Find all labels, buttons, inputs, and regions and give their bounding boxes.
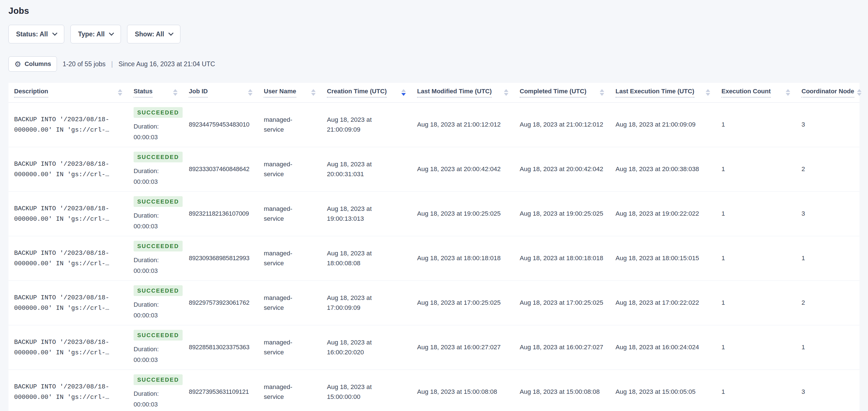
- gear-icon: ⚙: [14, 60, 21, 68]
- sort-arrows-icon: [308, 89, 316, 96]
- column-header-label: Status: [133, 88, 152, 97]
- execution-count-cell: 1: [716, 343, 796, 352]
- sort-caret-down-icon: [857, 93, 862, 96]
- sort-caret-up-icon: [401, 89, 406, 92]
- sort-caret-down-icon: [248, 93, 252, 96]
- table-header-row: Description Status Job ID: [8, 83, 860, 102]
- status-cell: SUCCEEDED Duration: 00:00:03: [128, 374, 183, 410]
- table-row: BACKUP INTO '/2023/08/18- 000000.00' IN …: [8, 281, 860, 325]
- description-cell[interactable]: BACKUP INTO '/2023/08/18- 000000.00' IN …: [8, 159, 128, 180]
- last-execution-time-cell: Aug 18, 2023 at 20:00:38:038: [610, 164, 716, 174]
- sort-arrows-icon: [783, 89, 790, 96]
- last-modified-time-cell: Aug 18, 2023 at 20:00:42:042: [411, 164, 514, 174]
- last-execution-time-cell: Aug 18, 2023 at 21:00:09:09: [610, 120, 716, 130]
- sort-caret-up-icon: [248, 89, 252, 92]
- status-badge: SUCCEEDED: [133, 285, 183, 296]
- table-toolbar: ⚙ Columns 1-20 of 55 jobs | Since Aug 16…: [8, 56, 860, 71]
- status-cell: SUCCEEDED Duration: 00:00:03: [128, 241, 183, 276]
- description-cell[interactable]: BACKUP INTO '/2023/08/18- 000000.00' IN …: [8, 248, 128, 269]
- user-name-cell: managed- service: [258, 248, 321, 268]
- filter-dropdown[interactable]: Status: All: [8, 25, 64, 43]
- sort-caret-down-icon: [504, 93, 508, 96]
- completed-time-cell: Aug 18, 2023 at 17:00:25:025: [514, 298, 610, 308]
- creation-time-cell: Aug 18, 2023 at 21:00:09:09: [321, 115, 411, 135]
- user-name-cell: managed- service: [258, 293, 321, 313]
- coordinator-node-cell: 2: [796, 298, 860, 308]
- last-modified-time-cell: Aug 18, 2023 at 17:00:25:025: [411, 298, 514, 308]
- description-cell[interactable]: BACKUP INTO '/2023/08/18- 000000.00' IN …: [8, 114, 128, 135]
- last-modified-time-cell: Aug 18, 2023 at 19:00:25:025: [411, 209, 514, 219]
- sort-arrows-icon: [115, 89, 122, 96]
- column-header[interactable]: Status: [128, 88, 183, 97]
- last-execution-time-cell: Aug 18, 2023 at 19:00:22:022: [610, 209, 716, 219]
- duration-value: 00:00:03: [133, 355, 178, 365]
- execution-count-cell: 1: [716, 254, 796, 263]
- column-header[interactable]: Completed Time (UTC): [514, 88, 610, 97]
- creation-time-cell: Aug 18, 2023 at 17:00:09:09: [321, 293, 411, 313]
- column-header[interactable]: Execution Count: [716, 88, 796, 97]
- column-header[interactable]: Last Execution Time (UTC): [610, 88, 716, 97]
- job-id-cell: 892273953631109121: [183, 387, 258, 397]
- description-cell[interactable]: BACKUP INTO '/2023/08/18- 000000.00' IN …: [8, 204, 128, 224]
- column-header[interactable]: Job ID: [183, 88, 258, 97]
- duration-value: 00:00:03: [133, 132, 178, 142]
- filter-dropdown-label: Status: All: [16, 30, 48, 38]
- sort-caret-up-icon: [311, 89, 316, 92]
- description-cell[interactable]: BACKUP INTO '/2023/08/18- 000000.00' IN …: [8, 293, 128, 313]
- completed-time-cell: Aug 18, 2023 at 19:00:25:025: [514, 209, 610, 219]
- description-cell[interactable]: BACKUP INTO '/2023/08/18- 000000.00' IN …: [8, 337, 128, 358]
- description-cell[interactable]: BACKUP INTO '/2023/08/18- 000000.00' IN …: [8, 382, 128, 402]
- column-header-label: Creation Time (UTC): [327, 88, 386, 97]
- column-header[interactable]: User Name: [258, 88, 321, 97]
- status-cell: SUCCEEDED Duration: 00:00:03: [128, 285, 183, 321]
- last-modified-time-cell: Aug 18, 2023 at 18:00:18:018: [411, 254, 514, 263]
- column-header-label: Description: [14, 88, 48, 97]
- filter-dropdown[interactable]: Type: All: [70, 25, 121, 43]
- sort-arrows-icon: [854, 89, 862, 96]
- completed-time-cell: Aug 18, 2023 at 15:00:08:08: [514, 387, 610, 397]
- filter-dropdown[interactable]: Show: All: [127, 25, 180, 43]
- completed-time-cell: Aug 18, 2023 at 20:00:42:042: [514, 164, 610, 174]
- filter-dropdown-label: Show: All: [135, 30, 164, 38]
- chevron-down-icon: [109, 30, 114, 35]
- status-badge: SUCCEEDED: [133, 374, 183, 385]
- last-modified-time-cell: Aug 18, 2023 at 21:00:12:012: [411, 120, 514, 130]
- execution-count-cell: 1: [716, 298, 796, 308]
- chevron-down-icon: [168, 30, 174, 35]
- column-header-label: User Name: [264, 88, 296, 97]
- sort-arrows-icon: [170, 89, 178, 96]
- execution-count-cell: 1: [716, 387, 796, 397]
- column-header[interactable]: Description: [8, 88, 128, 97]
- execution-count-cell: 1: [716, 164, 796, 174]
- table-row: BACKUP INTO '/2023/08/18- 000000.00' IN …: [8, 236, 860, 281]
- columns-button[interactable]: ⚙ Columns: [8, 56, 57, 71]
- creation-time-cell: Aug 18, 2023 at 20:00:31:031: [321, 159, 411, 179]
- creation-time-cell: Aug 18, 2023 at 19:00:13:013: [321, 204, 411, 224]
- status-cell: SUCCEEDED Duration: 00:00:03: [128, 196, 183, 231]
- column-header[interactable]: Coordinator Node: [796, 88, 860, 97]
- last-execution-time-cell: Aug 18, 2023 at 16:00:24:024: [610, 343, 716, 352]
- sort-arrows-icon: [501, 89, 508, 96]
- status-badge: SUCCEEDED: [133, 330, 183, 341]
- column-header-label: Job ID: [189, 88, 208, 97]
- last-modified-time-cell: Aug 18, 2023 at 16:00:27:027: [411, 343, 514, 352]
- column-header[interactable]: Creation Time (UTC): [321, 88, 411, 97]
- job-id-cell: 892333037460848642: [183, 164, 258, 174]
- coordinator-node-cell: 1: [796, 343, 860, 352]
- coordinator-node-cell: 1: [796, 254, 860, 263]
- status-cell: SUCCEEDED Duration: 00:00:03: [128, 107, 183, 142]
- sort-caret-up-icon: [786, 89, 790, 92]
- sort-caret-up-icon: [600, 89, 604, 92]
- user-name-cell: managed- service: [258, 159, 321, 179]
- job-id-cell: 892321182136107009: [183, 209, 258, 218]
- results-count: 1-20 of 55 jobs: [63, 60, 105, 68]
- creation-time-cell: Aug 18, 2023 at 15:00:00:00: [321, 382, 411, 402]
- sort-caret-down-icon: [311, 93, 316, 96]
- page-title: Jobs: [8, 5, 860, 17]
- table-row: BACKUP INTO '/2023/08/18- 000000.00' IN …: [8, 192, 860, 236]
- filter-bar: Status: All Type: All Show: All: [8, 25, 860, 43]
- sort-caret-down-icon: [173, 93, 178, 96]
- column-header[interactable]: Last Modified Time (UTC): [411, 88, 514, 97]
- table-row: BACKUP INTO '/2023/08/18- 000000.00' IN …: [8, 370, 860, 411]
- sort-caret-up-icon: [504, 89, 508, 92]
